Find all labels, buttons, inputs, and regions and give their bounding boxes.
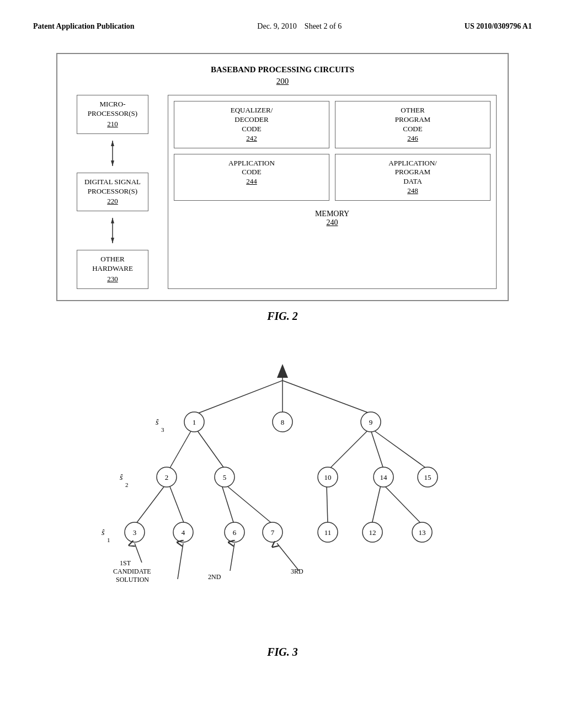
node-3-label: 3: [133, 528, 137, 537]
svg-marker-2: [111, 160, 114, 166]
other-prog-label: OTHERPROGRAMCODE: [395, 106, 430, 133]
node-14-label: 14: [380, 473, 388, 481]
other-prog-box: OTHERPROGRAMCODE 246: [335, 101, 491, 148]
node-5-label: 5: [223, 473, 227, 481]
dsp-label: DIGITAL SIGNALPROCESSOR(S): [84, 178, 141, 195]
svg-line-8: [282, 381, 371, 414]
tree-svg: 1 8 9 2 5 10 14 15 3: [89, 350, 476, 637]
svg-line-9: [169, 430, 191, 469]
first-candidate-label3: SOLUTION: [116, 576, 149, 584]
node-2-label: 2: [165, 473, 169, 481]
first-candidate-label2: CANDIDATE: [113, 568, 151, 575]
header-date: Dec. 9, 2010: [257, 22, 297, 30]
svg-line-17: [226, 485, 273, 524]
svg-line-18: [327, 485, 328, 524]
header: Patent Application Publication Dec. 9, 2…: [33, 22, 532, 31]
second-candidate-label: 2ND: [208, 573, 221, 581]
node-10-label: 10: [324, 473, 332, 481]
microprocessor-num: 210: [83, 120, 142, 129]
bd-title-num: 200: [68, 77, 497, 86]
svg-line-20: [384, 485, 422, 524]
node-1-label: 1: [193, 418, 196, 426]
node-9-label: 9: [369, 418, 373, 426]
s1-hat-label: ŝ: [102, 528, 105, 537]
other-hw-num: 230: [83, 275, 142, 284]
svg-line-23: [178, 543, 183, 579]
first-candidate-label: 1ST: [120, 559, 131, 567]
svg-line-15: [169, 485, 184, 524]
eq-decoder-num: 242: [246, 134, 257, 142]
svg-marker-4: [111, 218, 114, 223]
block-diagram: BASEBAND PROCESSING CIRCUITS 200 MICRO-P…: [56, 53, 509, 301]
svg-line-16: [222, 485, 234, 524]
s2-subscript: 2: [125, 481, 129, 488]
app-code-box: APPLICATIONCODE 244: [174, 154, 329, 201]
eq-decoder-label: EQUALIZER/DECODERCODE: [231, 106, 273, 133]
memory-top-row: EQUALIZER/DECODERCODE 242 OTHERPROGRAMCO…: [174, 101, 491, 148]
header-right: US 2010/0309796 A1: [465, 22, 532, 31]
header-center: Dec. 9, 2010 Sheet 2 of 6: [257, 22, 342, 31]
other-hw-label: OTHERHARDWARE: [92, 255, 133, 272]
node-15-label: 15: [424, 473, 431, 481]
memory-block: EQUALIZER/DECODERCODE 242 OTHERPROGRAMCO…: [168, 95, 497, 289]
other-prog-num: 246: [407, 134, 418, 142]
bd-content: MICRO-PROCESSOR(S) 210: [68, 95, 497, 289]
app-code-label: APPLICATIONCODE: [228, 159, 275, 176]
root-triangle: [277, 364, 288, 378]
other-hw-box: OTHERHARDWARE 230: [77, 250, 148, 289]
header-left: Patent Application Publication: [33, 22, 135, 31]
svg-line-22: [135, 543, 142, 563]
bd-title: BASEBAND PROCESSING CIRCUITS: [68, 65, 497, 74]
page: Patent Application Publication Dec. 9, 2…: [0, 0, 565, 728]
node-13-label: 13: [419, 528, 426, 537]
fig3-label: FIG. 3: [267, 646, 298, 659]
memory-mid-row: APPLICATIONCODE 244 APPLICATION/PROGRAMD…: [174, 154, 491, 201]
third-candidate-label: 3RD: [291, 568, 303, 575]
memory-num: 240: [327, 218, 338, 227]
eq-decoder-box: EQUALIZER/DECODERCODE 242: [174, 101, 329, 148]
app-prog-data-label: APPLICATION/PROGRAMDATA: [388, 159, 436, 186]
fig2-container: BASEBAND PROCESSING CIRCUITS 200 MICRO-P…: [33, 53, 532, 339]
svg-line-25: [277, 543, 299, 571]
tree-diagram: 1 8 9 2 5 10 14 15 3: [89, 350, 476, 637]
s3-hat-label: ŝ: [156, 418, 159, 426]
arrow-220-230: [107, 217, 118, 244]
s3-subscript: 3: [161, 426, 164, 433]
memory-text: MEMORY: [315, 210, 349, 218]
node-7-label: 7: [271, 528, 275, 537]
s2-hat-label: ŝ: [120, 473, 123, 481]
fig2-label: FIG. 2: [267, 310, 298, 323]
dsp-box: DIGITAL SIGNALPROCESSOR(S) 220: [77, 173, 148, 212]
svg-line-10: [197, 430, 225, 469]
svg-marker-5: [111, 238, 114, 243]
svg-line-6: [197, 381, 282, 414]
node-11-label: 11: [324, 528, 332, 537]
node-4-label: 4: [182, 528, 185, 537]
node-8-label: 8: [281, 418, 285, 426]
svg-line-11: [329, 430, 368, 469]
svg-marker-1: [111, 141, 114, 146]
node-6-label: 6: [233, 528, 237, 537]
svg-line-24: [230, 543, 234, 571]
microprocessor-label: MICRO-PROCESSOR(S): [88, 100, 137, 117]
memory-label-area: MEMORY 240: [174, 210, 491, 227]
app-prog-data-box: APPLICATION/PROGRAMDATA 248: [335, 154, 491, 201]
bd-left: MICRO-PROCESSOR(S) 210: [68, 95, 157, 289]
s1-subscript: 1: [107, 537, 110, 543]
app-code-num: 244: [246, 177, 257, 185]
app-prog-data-num: 248: [407, 186, 418, 195]
node-12-label: 12: [369, 528, 376, 537]
svg-line-14: [136, 485, 165, 524]
microprocessor-box: MICRO-PROCESSOR(S) 210: [77, 95, 148, 134]
fig3-container: 1 8 9 2 5 10 14 15 3: [33, 350, 532, 675]
dsp-num: 220: [83, 197, 142, 206]
arrow-210-220: [107, 140, 118, 167]
svg-line-19: [372, 485, 381, 524]
header-sheet: Sheet 2 of 6: [305, 22, 342, 30]
